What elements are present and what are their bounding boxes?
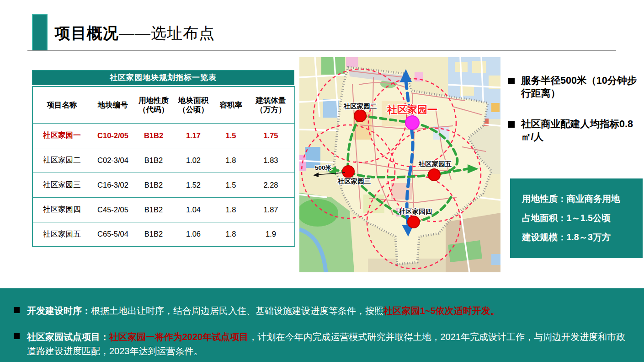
square-bullet-icon — [508, 78, 515, 84]
site-map-image: 社区家园二 社区家园一 社区家园五 社区家园三 社区家园四 500米 — [299, 57, 500, 272]
site-dot-home3 — [342, 166, 354, 178]
indicators-table: 项目名称 地块编号 用地性质 （代码） 地块面积 （公顷） 容积率 建筑体量 （… — [32, 86, 295, 247]
footer-bullet-pilot-project: 社区家园试点项目：社区家园一将作为2020年试点项目，计划在今年内完成运营模式研… — [14, 330, 628, 358]
note-item: 社区商业配建人均指标0.8㎡/人 — [508, 118, 644, 144]
info-line-land-use: 用地性质：商业商务用地 — [522, 189, 643, 209]
table-row: 社区家园二C02-3/04B1B21.021.81.83 — [32, 148, 295, 173]
table-row: 社区家园五C65-5/04B1B21.061.81.9 — [32, 222, 295, 247]
square-bullet-icon — [14, 307, 20, 313]
info-line-scale: 建设规模：1.8～3万方 — [522, 228, 643, 247]
col-header-far: 容积率 — [214, 86, 247, 123]
footer-highlight: 社区家园1~5依次适时开发。 — [383, 306, 500, 316]
site-dot-home5 — [428, 169, 440, 181]
footer-bar: 开发建设时序：根据土地出让时序，结合周边居民入住、基础设施建设进度等条件，按照社… — [0, 288, 644, 362]
site-label-home2: 社区家园二 — [343, 103, 377, 110]
footer-text: 开发建设时序：根据土地出让时序，结合周边居民入住、基础设施建设进度等条件，按照社… — [27, 304, 500, 318]
table-row: 社区家园三C16-3/02B1B21.521.52.28 — [32, 173, 295, 197]
site-label-home3: 社区家园三 — [337, 178, 371, 185]
note-item: 服务半径500米（10分钟步行距离） — [508, 74, 644, 100]
key-notes: 服务半径500米（10分钟步行距离） 社区商业配建人均指标0.8㎡/人 — [508, 74, 644, 161]
site-map: 社区家园二 社区家园一 社区家园五 社区家园三 社区家园四 500米 — [299, 57, 500, 272]
site-dot-home2 — [354, 110, 366, 122]
square-bullet-icon — [14, 333, 20, 339]
footer-highlight: 社区家园一将作为2020年试点项目 — [109, 332, 249, 342]
site-label-home5: 社区家园五 — [418, 160, 452, 167]
table-header-row: 项目名称 地块编号 用地性质 （代码） 地块面积 （公顷） 容积率 建筑体量 （… — [32, 86, 295, 123]
page-title-secondary: ——选址布点 — [119, 24, 215, 42]
col-header-volume: 建筑体量 （万方） — [247, 86, 295, 123]
note-text: 服务半径500米（10分钟步行距离） — [521, 74, 644, 100]
footer-text: 社区家园试点项目：社区家园一将作为2020年试点项目，计划在今年内完成运营模式研… — [27, 330, 628, 358]
col-header-use: 用地性质 （代码） — [135, 86, 172, 123]
site-dot-home1 — [405, 116, 419, 130]
square-bullet-icon — [508, 121, 515, 128]
title-accent-bar — [32, 14, 48, 51]
indicators-table-panel: 社区家园地块规划指标一览表 项目名称 地块编号 用地性质 （代码） 地块面积 （… — [32, 70, 294, 247]
footer-lead: 社区家园试点项目： — [27, 332, 109, 342]
note-text: 社区商业配建人均指标0.8㎡/人 — [521, 118, 644, 144]
site-info-box: 用地性质：商业商务用地 占地面积：1～1.5公顷 建设规模：1.8～3万方 — [510, 178, 643, 258]
table-title: 社区家园地块规划指标一览表 — [32, 70, 294, 85]
col-header-area: 地块面积 （公顷） — [172, 86, 214, 123]
slide: 项目概况——选址布点 社区家园地块规划指标一览表 项目名称 地块编号 用地性质 … — [0, 0, 644, 362]
page-title: 项目概况——选址布点 — [55, 23, 215, 44]
page-title-primary: 项目概况 — [55, 24, 119, 42]
info-line-area: 占地面积：1～1.5公顷 — [522, 209, 643, 228]
site-label-home4: 社区家园四 — [399, 208, 432, 215]
title-underline — [27, 50, 616, 51]
col-header-name: 项目名称 — [32, 86, 91, 123]
footer-bullet-development-sequence: 开发建设时序：根据土地出让时序，结合周边居民入住、基础设施建设进度等条件，按照社… — [14, 304, 628, 318]
site-label-home1: 社区家园一 — [387, 104, 437, 115]
footer-lead: 开发建设时序： — [27, 306, 91, 316]
table-row: 社区家园一C10-2/05B1B21.171.51.75 — [32, 123, 295, 148]
footer-body: 根据土地出让时序，结合周边居民入住、基础设施建设进度等条件，按照 — [91, 306, 383, 316]
site-dot-home4 — [408, 216, 420, 228]
table-row: 社区家园四C45-2/05B1B21.041.81.87 — [32, 197, 295, 222]
col-header-code: 地块编号 — [91, 86, 135, 123]
scale-label: 500米 — [315, 164, 332, 171]
